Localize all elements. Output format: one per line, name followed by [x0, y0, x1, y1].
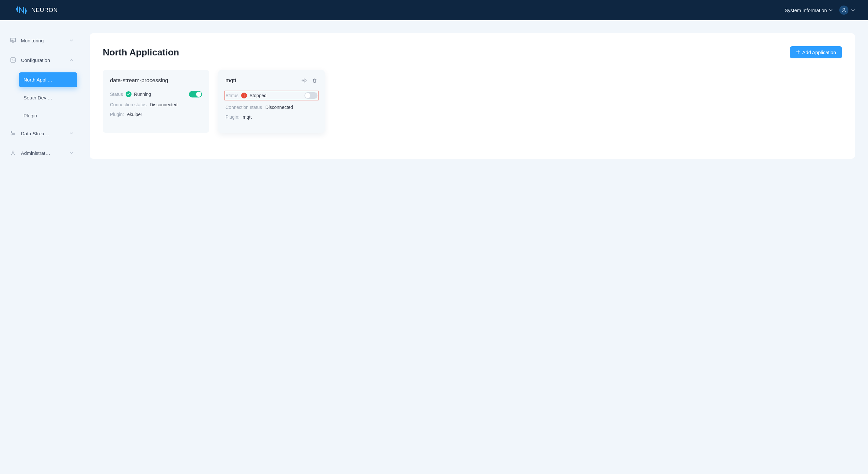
app-actions	[301, 77, 317, 83]
svg-point-20	[304, 80, 305, 81]
chevron-up-icon	[69, 58, 73, 62]
sidebar-sub-configuration: North Appli… South Devi… Plugin	[6, 72, 78, 123]
run-toggle[interactable]	[305, 92, 317, 99]
toggle-knob	[196, 92, 202, 97]
app-card-head: data-stream-processing	[110, 77, 202, 84]
sidebar-item-label: Monitoring	[21, 38, 65, 43]
status-label: Status	[110, 92, 123, 97]
svg-rect-7	[11, 58, 16, 62]
status-kv: StatusRunning	[110, 91, 151, 97]
svg-point-12	[11, 131, 12, 132]
chevron-down-icon	[69, 38, 73, 42]
connection-status-value: Disconnected	[265, 105, 293, 110]
main: North Application Add Application data-s…	[83, 20, 868, 172]
alert-circle-icon	[241, 93, 247, 98]
sidebar-item-label: Administrat…	[21, 150, 65, 156]
plugin-row: Plugin:ekuiper	[110, 112, 202, 117]
sidebar-item-monitoring[interactable]: Monitoring	[6, 33, 78, 47]
system-information-label: System Information	[785, 7, 827, 13]
svg-point-9	[12, 59, 13, 60]
sidebar-item-label: Plugin	[24, 113, 73, 118]
svg-point-22	[244, 96, 244, 97]
plugin-label: Plugin:	[110, 112, 124, 117]
chevron-down-icon	[69, 151, 73, 155]
app-name: mqtt	[225, 77, 236, 84]
sidebar-item-configuration[interactable]: Configuration	[6, 53, 78, 67]
sidebar-item-plugin[interactable]: Plugin	[19, 108, 78, 123]
chevron-down-icon	[851, 8, 855, 12]
plugin-value: ekuiper	[127, 112, 142, 117]
brand-logo-icon	[16, 6, 27, 14]
trash-icon[interactable]	[312, 77, 317, 83]
status-label: Status	[225, 93, 239, 98]
chevron-down-icon	[69, 131, 73, 135]
add-application-button[interactable]: Add Application	[790, 46, 842, 58]
status-value: Stopped	[250, 93, 267, 98]
card-header: North Application Add Application	[103, 46, 842, 58]
sidebar-item-label: Configuration	[21, 57, 65, 63]
svg-point-4	[843, 8, 845, 10]
connection-status-label: Connection status	[225, 105, 262, 110]
app-card[interactable]: data-stream-processingStatusRunningConne…	[103, 70, 209, 133]
plus-icon	[796, 49, 801, 55]
connection-row: Connection statusDisconnected	[110, 102, 202, 107]
sidebar: Monitoring Configuration North Appli… So…	[0, 20, 83, 172]
chevron-down-icon	[829, 8, 833, 12]
avatar-icon	[839, 5, 848, 15]
page-title: North Application	[103, 47, 179, 58]
add-application-label: Add Application	[802, 49, 836, 55]
svg-rect-5	[11, 38, 16, 42]
topbar-right: System Information	[785, 5, 855, 15]
run-toggle[interactable]	[189, 91, 202, 98]
app-card[interactable]: mqttStatusStoppedConnection statusDiscon…	[218, 70, 325, 133]
brand: NEURON	[16, 6, 58, 14]
connection-row: Connection statusDisconnected	[225, 105, 317, 110]
system-information-menu[interactable]: System Information	[785, 7, 833, 13]
toggle-knob	[305, 93, 310, 98]
status-value: Running	[134, 92, 151, 97]
status-kv: StatusStopped	[225, 93, 267, 98]
app-card-head: mqtt	[225, 77, 317, 84]
gear-icon[interactable]	[301, 77, 307, 83]
sidebar-item-administration[interactable]: Administrat…	[6, 146, 78, 160]
plugin-value: mqtt	[243, 114, 252, 120]
content-card: North Application Add Application data-s…	[90, 33, 855, 159]
brand-name: NEURON	[31, 7, 58, 14]
status-row: StatusStopped	[225, 91, 318, 100]
app-name: data-stream-processing	[110, 77, 168, 84]
monitor-icon	[10, 37, 16, 44]
plugin-label: Plugin:	[225, 114, 240, 120]
svg-point-11	[14, 60, 15, 61]
sidebar-item-south-devices[interactable]: South Devi…	[19, 90, 78, 105]
app-grid: data-stream-processingStatusRunningConne…	[103, 70, 842, 133]
sidebar-item-north-application[interactable]: North Appli…	[19, 72, 78, 87]
user-icon	[10, 149, 16, 156]
user-menu[interactable]	[839, 5, 855, 15]
sidebar-item-data-stream[interactable]: Data Strea…	[6, 126, 78, 140]
svg-point-17	[12, 151, 14, 153]
connection-status-label: Connection status	[110, 102, 147, 107]
svg-point-13	[11, 134, 12, 135]
status-row: StatusRunning	[110, 91, 202, 98]
check-circle-icon	[126, 91, 131, 97]
sidebar-item-label: Data Strea…	[21, 131, 65, 136]
flow-icon	[10, 130, 16, 137]
sidebar-item-label: South Devi…	[24, 95, 73, 100]
connection-status-value: Disconnected	[150, 102, 178, 107]
topbar: NEURON System Information	[0, 0, 868, 20]
plugin-row: Plugin:mqtt	[225, 114, 317, 120]
sliders-icon	[10, 57, 16, 63]
sidebar-item-label: North Appli…	[24, 77, 73, 82]
